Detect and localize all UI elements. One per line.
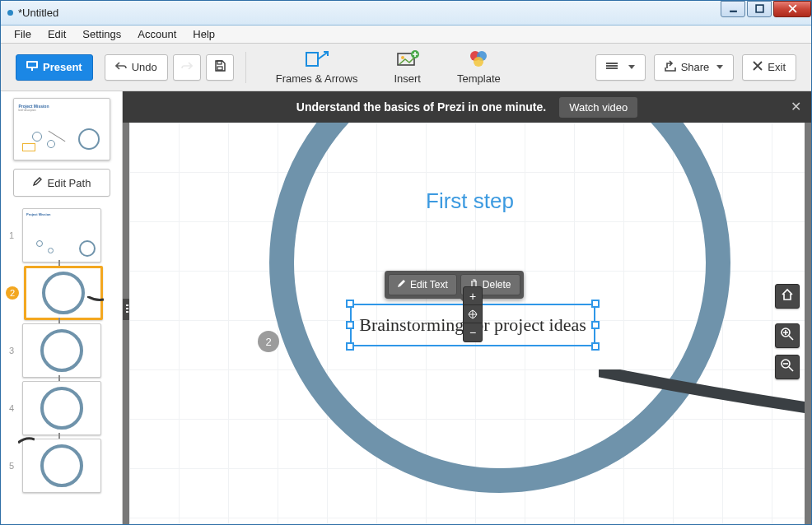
close-window-button[interactable]	[773, 1, 811, 17]
workspace: Project Mission brief description Edit P…	[1, 91, 811, 524]
overview-thumbnail[interactable]: Project Mission brief description	[13, 98, 110, 160]
menu-help[interactable]: Help	[184, 26, 223, 42]
step-number: 5	[6, 461, 17, 471]
svg-point-9	[401, 56, 404, 59]
path-steps-list: 1 Project Mission 2 3	[1, 205, 122, 524]
banner-close-button[interactable]: ✕	[791, 99, 801, 114]
scale-down-button[interactable]: −	[464, 323, 482, 341]
edit-text-label: Edit Text	[410, 279, 448, 290]
svg-rect-15	[606, 63, 618, 64]
selected-text-element[interactable]: Brainstorming for project ideas + −	[350, 304, 595, 346]
frames-arrows-icon	[306, 49, 329, 69]
template-button[interactable]: Template	[457, 49, 501, 85]
zoom-out-button[interactable]	[775, 355, 800, 379]
exit-button[interactable]: Exit	[742, 54, 796, 81]
undo-button[interactable]: Undo	[105, 54, 168, 81]
step-thumbnail	[22, 439, 101, 493]
aspect-icon	[606, 61, 621, 73]
banner-text: Understand the basics of Prezi in one mi…	[296, 100, 546, 114]
pencil-icon	[32, 176, 43, 189]
svg-rect-0	[730, 11, 737, 12]
resize-handle[interactable]	[346, 342, 354, 351]
move-handle[interactable]	[464, 305, 482, 323]
minimize-button[interactable]	[721, 1, 745, 17]
save-button[interactable]	[206, 54, 234, 81]
view-tools	[775, 284, 800, 379]
unsaved-indicator-icon	[7, 10, 13, 16]
path-step[interactable]: 3	[1, 322, 122, 379]
step-number: 3	[6, 346, 17, 355]
close-icon	[753, 61, 763, 73]
edit-path-button[interactable]: Edit Path	[13, 169, 110, 197]
step-thumbnail	[22, 381, 101, 435]
svg-rect-4	[31, 68, 33, 71]
path-step[interactable]: 1 Project Mission	[1, 207, 122, 264]
template-icon	[469, 49, 488, 69]
share-button[interactable]: Share	[654, 54, 735, 81]
svg-rect-14	[606, 65, 618, 67]
svg-rect-16	[606, 67, 618, 69]
present-label: Present	[43, 61, 82, 73]
frame-title[interactable]: First step	[426, 188, 514, 214]
share-label: Share	[681, 61, 710, 73]
insert-icon	[396, 49, 419, 69]
menu-settings[interactable]: Settings	[74, 26, 129, 42]
step-badge[interactable]: 2	[258, 331, 279, 352]
present-button[interactable]: Present	[16, 54, 93, 81]
frames-arrows-label: Frames & Arrows	[276, 72, 358, 85]
menu-file[interactable]: File	[6, 26, 40, 42]
aspect-button[interactable]	[595, 54, 646, 81]
exit-label: Exit	[768, 61, 786, 73]
zoom-in-button[interactable]	[775, 323, 800, 348]
edit-path-label: Edit Path	[48, 177, 91, 189]
menu-edit[interactable]: Edit	[40, 26, 74, 42]
menu-account[interactable]: Account	[129, 26, 184, 42]
home-view-button[interactable]	[775, 284, 800, 309]
scale-up-button[interactable]: +	[464, 287, 482, 305]
resize-handle[interactable]	[346, 300, 354, 308]
edit-text-button[interactable]: Edit Text	[388, 274, 457, 295]
step-thumbnail	[22, 323, 101, 378]
svg-rect-5	[217, 61, 222, 64]
step-thumbnail: Project Mission	[22, 208, 101, 262]
element-scale-control: + −	[463, 286, 483, 342]
step-number: 1	[6, 230, 17, 240]
resize-handle[interactable]	[591, 342, 600, 351]
menubar: File Edit Settings Account Help	[1, 26, 811, 44]
step-number: 4	[6, 403, 17, 413]
frames-arrows-button[interactable]: Frames & Arrows	[276, 49, 358, 85]
redo-button[interactable]	[173, 54, 201, 81]
titlebar: *Untitled	[1, 1, 811, 26]
present-icon	[26, 61, 38, 73]
path-sidebar: Project Mission brief description Edit P…	[1, 91, 123, 524]
maximize-button[interactable]	[747, 1, 772, 17]
toolbar: Present Undo Frames & Arrows	[1, 44, 811, 91]
magnifier-handle	[599, 369, 805, 419]
zoom-in-icon	[781, 328, 794, 344]
chevron-down-icon	[716, 65, 723, 69]
resize-handle[interactable]	[591, 300, 600, 308]
window-title: *Untitled	[18, 7, 719, 19]
canvas[interactable]: 2 First step Edit Text Delete	[129, 123, 805, 524]
undo-icon	[115, 61, 127, 73]
svg-point-13	[474, 57, 483, 67]
window-controls	[719, 1, 811, 17]
chevron-down-icon	[628, 65, 635, 69]
insert-button[interactable]: Insert	[394, 49, 421, 85]
svg-rect-6	[217, 67, 222, 70]
step-number: 2	[6, 286, 19, 300]
path-step[interactable]: 5	[1, 437, 122, 495]
resize-handle[interactable]	[591, 321, 600, 329]
save-icon	[214, 60, 226, 74]
app-window: *Untitled File Edit Settings Account Hel…	[0, 0, 812, 525]
step-thumbnail	[24, 266, 103, 320]
template-label: Template	[457, 72, 501, 85]
svg-rect-1	[756, 5, 763, 12]
undo-label: Undo	[132, 61, 157, 73]
path-step[interactable]: 2	[1, 264, 122, 322]
home-icon	[781, 288, 794, 304]
insert-label: Insert	[394, 72, 421, 85]
path-step[interactable]: 4	[1, 379, 122, 437]
resize-handle[interactable]	[346, 321, 354, 329]
watch-video-button[interactable]: Watch video	[559, 97, 637, 118]
